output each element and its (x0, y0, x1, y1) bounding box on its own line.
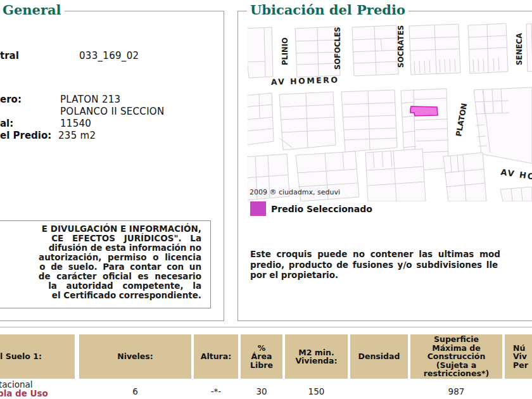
street-label-platon: PLATON (454, 103, 469, 137)
croquis-note-line: por el propietario. (250, 270, 500, 281)
row-m2-min-value: 150 (285, 386, 348, 396)
row-superficie-value: 987 (410, 386, 502, 396)
row-altura-value: -*- (194, 386, 238, 396)
disclaimer-line: el Certificado correspondiente. (39, 291, 201, 300)
header-area-libre: % Área Libre (241, 334, 282, 379)
general-panel-title: General (0, 2, 65, 18)
lot-area-label: el Predio: (0, 130, 51, 141)
map-copyright: 2009 ® ciudadmx, seduvi (250, 188, 340, 196)
lot-area-value: 235 m2 (58, 130, 96, 141)
table-top-divider (0, 327, 532, 327)
postal-code-value: 11540 (60, 118, 91, 129)
header-altura: Altura: (194, 334, 238, 379)
disclaimer-line: o de suelo. Para contar con un (39, 262, 201, 272)
cadastral-label: tral (0, 50, 19, 61)
disclaimer-line: difusión de esta información no (39, 243, 201, 253)
header-niveles: Niveles: (79, 334, 191, 379)
selected-parcel-swatch (250, 201, 266, 216)
header-superficie-maxima: Superficie Máxima de Construcción (Sujet… (410, 334, 502, 379)
disclaimer-line: E DIVULGACIÓN E INFORMACIÓN, (39, 224, 201, 234)
croquis-note-line: Este croquis puede no contener las ultim… (250, 249, 500, 260)
disclaimer-line: CE EFECTOS JURÍDICOS". La (39, 234, 201, 243)
header-uso-suelo: l Suelo 1: (0, 334, 75, 379)
header-num-viviendas: Nú Viv Per (505, 334, 532, 379)
street-label-plinio: PLINIO (281, 37, 289, 65)
legal-disclaimer-text: E DIVULGACIÓN E INFORMACIÓN, CE EFECTOS … (39, 224, 201, 300)
street-label-socrates: SOCRATES (396, 25, 405, 68)
header-m2-min-vivienda: M2 min. Vivienda: (285, 334, 348, 379)
parcel-map[interactable]: PLINIO SOFOCLES SOCRATES SENECA AV HOMER… (248, 21, 532, 201)
location-panel-title: Ubicación del Predio (247, 2, 408, 18)
disclaimer-line: la autoridad competente, la (39, 281, 201, 291)
colonia-value: POLANCO II SECCION (60, 106, 165, 117)
selected-parcel[interactable] (410, 106, 438, 116)
street-label-av-homero: AV HOMERO (271, 75, 339, 87)
postal-code-label: al: (0, 118, 13, 129)
disclaimer-line: de carácter oficial es necesario (39, 272, 201, 281)
header-densidad: Densidad (350, 334, 408, 379)
legal-disclaimer-box: E DIVULGACIÓN E INFORMACIÓN, CE EFECTOS … (0, 220, 211, 308)
street-label-seneca: SENECA (515, 33, 524, 65)
row-area-libre-value: 30 (241, 386, 282, 396)
street-label-sofocles: SOFOCLES (333, 27, 342, 70)
street-label-av-ho: AV HO (500, 167, 532, 182)
selected-parcel-legend-label: Predio Seleccionado (271, 204, 372, 214)
street-value: PLATON 213 (60, 94, 120, 105)
street-label: ero: (0, 94, 22, 105)
disclaimer-line: autorización, permiso o licencia (39, 253, 201, 262)
cadastral-value: 033_169_02 (79, 50, 139, 61)
seduvi-property-page: General tral 033_169_02 ero: PLATON 213 … (0, 0, 532, 399)
row-tabla-de-uso-link[interactable]: bla de Uso (0, 388, 48, 398)
croquis-note: Este croquis puede no contener las ultim… (250, 249, 500, 281)
row-niveles-value: 6 (79, 386, 191, 396)
croquis-note-line: predio, producto de fusiones y/o subdivi… (250, 260, 500, 270)
